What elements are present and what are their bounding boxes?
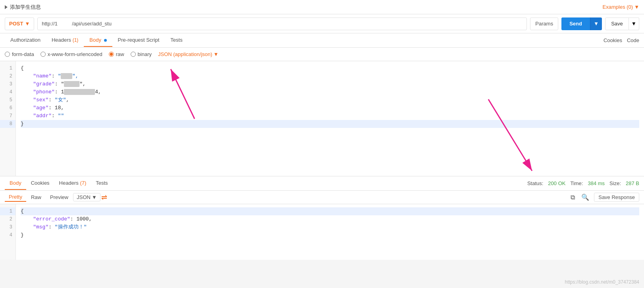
resp-tab-headers[interactable]: Headers (7) xyxy=(54,177,91,190)
params-button[interactable]: Params xyxy=(530,17,558,30)
top-bar: 添加学生信息 Examples (0) ▼ xyxy=(0,0,644,14)
resp-tab-tests[interactable]: Tests xyxy=(91,177,112,190)
resp-line-num-3: 3 xyxy=(0,223,15,231)
resp-line-num-4: 4 xyxy=(0,231,15,239)
json-type-select[interactable]: JSON (application/json) ▼ xyxy=(158,51,218,57)
collapse-icon[interactable] xyxy=(5,5,8,9)
line-num-1: 1 xyxy=(0,64,15,72)
req-code-line-7: "addr": "" xyxy=(21,112,639,120)
body-dot-indicator xyxy=(104,39,107,42)
url-input[interactable] xyxy=(37,17,527,30)
tab-headers[interactable]: Headers (1) xyxy=(46,34,84,47)
resp-headers-badge: (7) xyxy=(80,180,86,186)
headers-badge: (1) xyxy=(73,37,79,43)
json-type-chevron-icon: ▼ xyxy=(214,51,219,57)
line-num-4: 4 xyxy=(0,88,15,96)
binary-option[interactable]: binary xyxy=(131,51,152,57)
send-dropdown-button[interactable]: ▼ xyxy=(590,17,602,30)
resp-code-line-1: { xyxy=(21,207,639,215)
raw-option[interactable]: raw xyxy=(109,51,124,57)
footer-watermark: https://blog.csdn.net/m0_37472384 xyxy=(565,279,639,285)
response-body-toolbar: Pretty Raw Preview JSON ▼ ⇌ ⧉ 🔍 Save Res… xyxy=(0,191,644,204)
fmt-tab-preview[interactable]: Preview xyxy=(46,193,72,201)
examples-label: Examples (0) xyxy=(603,4,633,10)
req-code-line-1: { xyxy=(21,64,639,72)
request-body-editor: 1 2 3 4 5 6 7 8 { "name": "██女", "grade"… xyxy=(0,61,644,176)
request-tabs-left: Authorization Headers (1) Body Pre-reque… xyxy=(5,34,188,47)
tab-pre-request-script[interactable]: Pre-request Script xyxy=(112,34,165,47)
status-value: 200 OK xyxy=(548,180,565,186)
response-status: Status: 200 OK Time: 384 ms Size: 287 B xyxy=(527,180,639,186)
response-tabs: Body Cookies Headers (7) Tests xyxy=(5,177,113,190)
request-name: 添加学生信息 xyxy=(10,4,41,11)
save-response-button[interactable]: Save Response xyxy=(594,193,639,202)
response-actions: ⧉ 🔍 Save Response xyxy=(569,193,639,202)
req-code-line-4: "phone": 1██████████4, xyxy=(21,88,639,96)
request-tabs: Authorization Headers (1) Body Pre-reque… xyxy=(0,33,644,48)
code-link[interactable]: Code xyxy=(627,37,639,43)
response-body-editor: 1 2 3 4 { "error_code": 1000, "msg": "操作… xyxy=(0,204,644,260)
method-chevron-icon: ▼ xyxy=(25,21,30,27)
status-label: Status: xyxy=(527,180,543,186)
save-button[interactable]: Save xyxy=(605,17,629,30)
size-value: 287 B xyxy=(626,180,639,186)
tab-authorization[interactable]: Authorization xyxy=(5,34,46,47)
req-code-line-3: "grade": "█████", xyxy=(21,80,639,88)
save-dropdown-button[interactable]: ▼ xyxy=(629,17,639,30)
examples-chevron-icon: ▼ xyxy=(634,4,639,10)
json-format-chevron-icon: ▼ xyxy=(92,194,97,200)
resp-code-line-4: } xyxy=(21,231,639,239)
response-code-content[interactable]: { "error_code": 1000, "msg": "操作成功！" } xyxy=(16,204,644,260)
response-line-numbers: 1 2 3 4 xyxy=(0,204,16,260)
send-button[interactable]: Send xyxy=(561,17,590,30)
line-num-8: 8 xyxy=(0,120,15,128)
fmt-tab-raw[interactable]: Raw xyxy=(27,193,45,201)
urlencoded-option[interactable]: x-www-form-urlencoded xyxy=(40,51,102,57)
time-label: Time: xyxy=(570,180,583,186)
resp-line-num-2: 2 xyxy=(0,215,15,223)
resp-code-line-2: "error_code": 1000, xyxy=(21,215,639,223)
resp-line-num-1: 1 xyxy=(0,207,15,215)
body-options: form-data x-www-form-urlencoded raw bina… xyxy=(0,48,644,61)
resp-tab-body[interactable]: Body xyxy=(5,177,26,190)
req-code-line-8: } xyxy=(21,120,639,128)
line-num-5: 5 xyxy=(0,96,15,104)
time-value: 384 ms xyxy=(588,180,605,186)
request-line-numbers: 1 2 3 4 5 6 7 8 xyxy=(0,61,16,176)
fmt-tab-pretty[interactable]: Pretty xyxy=(5,193,26,202)
resp-tab-cookies[interactable]: Cookies xyxy=(26,177,54,190)
req-code-line-6: "age": 18, xyxy=(21,104,639,112)
req-code-line-5: "sex": "女", xyxy=(21,96,639,104)
line-num-2: 2 xyxy=(0,72,15,80)
method-label: POST xyxy=(9,21,23,27)
tab-body[interactable]: Body xyxy=(84,34,112,47)
size-label: Size: xyxy=(609,180,621,186)
response-header: Body Cookies Headers (7) Tests Status: 2… xyxy=(0,176,644,191)
send-button-group: Send ▼ xyxy=(561,17,602,30)
request-code-content[interactable]: { "name": "██女", "grade": "█████", "phon… xyxy=(16,61,644,176)
tab-tests[interactable]: Tests xyxy=(165,34,188,47)
wrap-lines-icon[interactable]: ⇌ xyxy=(101,193,107,202)
response-format-tabs: Pretty Raw Preview JSON ▼ ⇌ xyxy=(5,193,107,202)
request-tabs-right: Cookies Code xyxy=(604,37,639,43)
form-data-option[interactable]: form-data xyxy=(5,51,34,57)
response-section: Body Cookies Headers (7) Tests Status: 2… xyxy=(0,176,644,260)
examples-link[interactable]: Examples (0) ▼ xyxy=(603,4,639,10)
line-num-3: 3 xyxy=(0,80,15,88)
url-bar: POST ▼ Params Send ▼ Save ▼ xyxy=(0,14,644,33)
cookies-link[interactable]: Cookies xyxy=(604,37,622,43)
json-format-select[interactable]: JSON ▼ xyxy=(73,193,100,201)
copy-response-button[interactable]: ⧉ xyxy=(569,193,577,202)
search-response-button[interactable]: 🔍 xyxy=(580,193,591,202)
line-num-6: 6 xyxy=(0,104,15,112)
request-title: 添加学生信息 xyxy=(5,4,41,11)
line-num-7: 7 xyxy=(0,112,15,120)
save-button-group: Save ▼ xyxy=(605,17,639,30)
method-select[interactable]: POST ▼ xyxy=(5,17,34,30)
req-code-line-2: "name": "██女", xyxy=(21,72,639,80)
resp-code-line-3: "msg": "操作成功！" xyxy=(21,223,639,231)
